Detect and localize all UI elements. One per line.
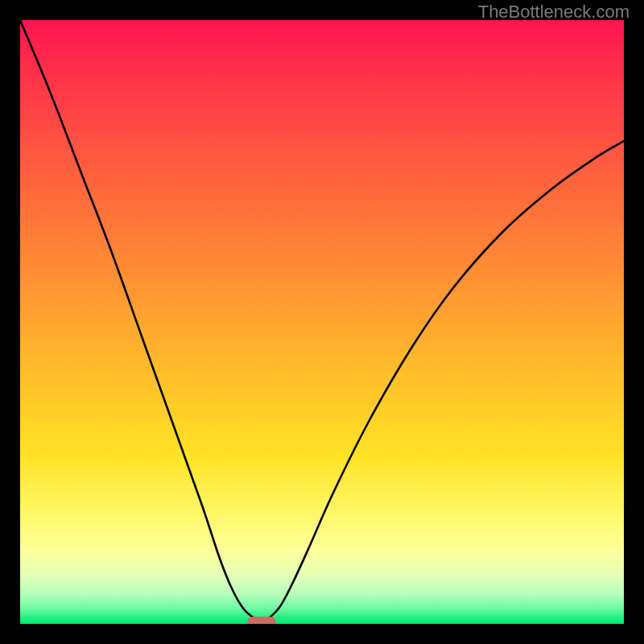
chart-curve-svg: [20, 20, 624, 624]
watermark-text: TheBottleneck.com: [478, 2, 630, 23]
chart-min-marker: [247, 617, 276, 624]
chart-curve-path: [20, 20, 624, 622]
chart-plot-area: [20, 20, 624, 624]
